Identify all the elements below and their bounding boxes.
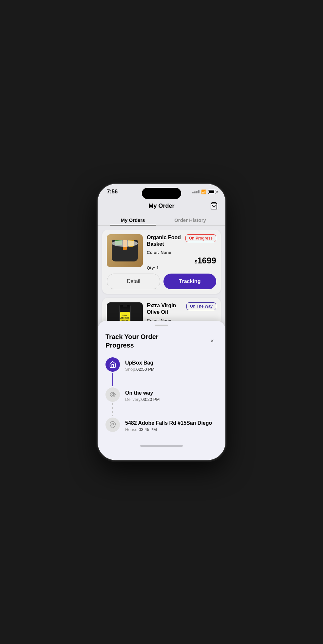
sheet-handle [155,325,168,326]
page-title: My Order [148,203,174,209]
step-time-val-1: 02:50 PM [136,367,155,372]
status-badge-2: On The Way [186,302,216,310]
product-image-basket [107,234,143,267]
step-icon-shop [105,357,120,372]
svg-point-1 [112,394,114,396]
bottom-sheet: Track Your Order Progress × [98,321,225,460]
step-line-2 [112,403,113,416]
cart-button[interactable] [209,201,219,211]
tab-bar: My Orders Order History [98,214,225,225]
step-icon-delivery [105,387,120,402]
tab-order-history[interactable]: Order History [162,214,219,225]
app-header: My Order [98,197,225,214]
order-actions-1: Detail Tracking [107,274,216,289]
status-time: 7:56 [107,188,118,195]
order-name-2: Extra Virgin Olive Oil [147,302,186,315]
step-time-label-3: House. [125,427,139,432]
step-content-1: UpBox Bag Shop.02:50 PM [125,357,155,387]
battery-icon [208,190,216,194]
step-name-1: UpBox Bag [125,360,155,366]
step-time-2: Delivery.03:20 PM [125,397,160,402]
order-price-row-1: $ 1699 [147,256,216,265]
tab-my-orders[interactable]: My Orders [104,214,162,225]
step-content-3: 5482 Adobe Falls Rd #15San Diego House.0… [125,418,212,441]
order-info-top-2: Extra Virgin Olive Oil On The Way [147,302,216,315]
tab-divider [98,225,225,226]
tracking-step-2: On the way Delivery.03:20 PM [105,387,218,418]
step-indicator-2 [105,387,120,418]
step-time-1: Shop.02:50 PM [125,367,155,372]
order-card-top-1: Organic Food Basket On Progress Color: N… [107,234,216,270]
order-info-1: Organic Food Basket On Progress Color: N… [147,234,216,270]
sheet-header: Track Your Order Progress × [105,332,218,349]
step-time-label-2: Delivery. [125,397,142,402]
step-indicator-3 [105,418,120,441]
close-button[interactable]: × [207,336,218,346]
step-icon-location [105,418,120,432]
home-indicator [105,441,218,450]
tracking-steps: UpBox Bag Shop.02:50 PM [105,357,218,441]
svg-point-2 [114,393,115,394]
status-badge-1: On Progress [185,234,216,242]
step-content-2: On the way Delivery.03:20 PM [125,387,160,418]
step-time-label-1: Shop. [125,367,136,372]
home-bar [140,445,183,447]
phone-screen: 7:56 📶 My Order [98,184,225,460]
price-amount-1: 1699 [197,256,216,265]
step-time-val-3: 03:45 PM [139,427,157,432]
step-time-val-2: 03:20 PM [142,397,160,402]
step-name-3: 5482 Adobe Falls Rd #15San Diego [125,420,212,426]
detail-button-1[interactable]: Detail [107,274,160,289]
sheet-title: Track Your Order Progress [105,332,184,349]
step-line-1 [112,373,113,386]
phone-frame: 7:56 📶 My Order [98,184,225,460]
tracking-step-1: UpBox Bag Shop.02:50 PM [105,357,218,387]
order-name-1: Organic Food Basket [147,234,185,247]
svg-point-3 [112,423,114,425]
dynamic-island [142,188,181,199]
order-info-top-1: Organic Food Basket On Progress [147,234,216,247]
cart-icon [210,202,218,210]
step-indicator-1 [105,357,120,387]
tracking-step-3: 5482 Adobe Falls Rd #15San Diego House.0… [105,418,218,441]
step-name-2: On the way [125,390,160,396]
step-time-3: House.03:45 PM [125,427,212,432]
signal-icon [192,190,200,193]
order-qty-1: Qty: 1 [147,265,216,270]
order-card-1: Organic Food Basket On Progress Color: N… [102,230,221,294]
price-dollar-1: $ [195,259,197,264]
tracking-button-1[interactable]: Tracking [163,274,216,289]
order-color-1: Color: None [147,250,216,255]
status-icons: 📶 [192,189,216,194]
wifi-icon: 📶 [201,189,206,194]
